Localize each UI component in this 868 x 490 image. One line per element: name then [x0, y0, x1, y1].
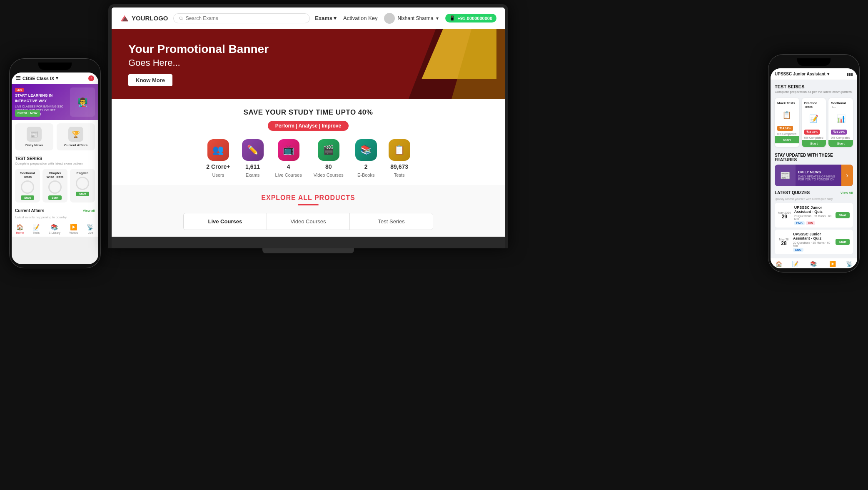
- eng-badge-28: ENG: [793, 248, 803, 252]
- know-more-button[interactable]: Know More: [128, 74, 172, 86]
- stat-users-count: 2 Crore+: [206, 163, 230, 170]
- phone-class-label: CBSE Class IX: [22, 76, 54, 81]
- banner-headline: Your Promotional Banner: [128, 42, 269, 56]
- search-icon: [179, 16, 183, 21]
- tab-test-series[interactable]: Test Series: [350, 213, 433, 230]
- left-phone: ☰ CBSE Class IX ▾ ! LIVE START LEARNING …: [9, 58, 101, 268]
- sectional-circle: [21, 180, 34, 194]
- current-affairs-card[interactable]: 🏆 Current Affairs: [57, 123, 95, 150]
- hamburger-icon[interactable]: ☰: [16, 75, 21, 81]
- rph-nav-tests[interactable]: 📝 Tests: [792, 261, 798, 268]
- daily-news-card-right[interactable]: 📰 DAILY NEWS DAILY UPDATES OF NEWS FOR Y…: [775, 165, 853, 186]
- ca-title: Current Affairs: [15, 208, 44, 213]
- search-input[interactable]: [186, 15, 304, 21]
- quiz-start-btn-28[interactable]: Start: [836, 239, 850, 245]
- chapter-start-btn[interactable]: Start: [48, 195, 62, 200]
- hero-banner: Your Promotional Banner Goes Here... Kno…: [112, 29, 505, 99]
- sectional-start-btn[interactable]: Start: [21, 195, 34, 200]
- mock-tests-card[interactable]: Mock Tests 📋 ₹14 14% 0% Completed Start: [775, 98, 799, 147]
- english-label: English: [77, 171, 89, 175]
- phone-notch-right: [797, 58, 831, 66]
- banner-subtext: Goes Here...: [128, 58, 269, 68]
- sectional-tests-card[interactable]: Sectional T... 📊 ₹21 21% 0% Completed St…: [828, 98, 853, 147]
- phone-number: +91-0000000000: [458, 16, 493, 21]
- svg-line-3: [182, 19, 182, 20]
- phone-frame-left: ☰ CBSE Class IX ▾ ! LIVE START LEARNING …: [9, 58, 101, 268]
- rph-ts-subtitle: Complete preparation as per the latest e…: [775, 90, 853, 94]
- stat-tests-label: Tests: [394, 172, 405, 178]
- exam-selector[interactable]: UPSSSC Junior Assistant ▾: [775, 72, 829, 76]
- banner-title-text: START LEARNING IN INTRACTIVE WAY: [15, 93, 67, 103]
- test-card-english[interactable]: English Start: [70, 169, 95, 202]
- quiz-view-all[interactable]: View All: [841, 191, 853, 195]
- rph-nav-elibrary[interactable]: 📚 E-Library: [808, 261, 819, 268]
- quiz-item-may28[interactable]: May 28 28 UPSSSC Junior Assistant - Quiz…: [775, 230, 853, 254]
- nav-tests[interactable]: 📝 Tests: [32, 224, 40, 234]
- chevron-down-icon: ▾: [56, 75, 58, 81]
- banner-image: 👨‍🏫: [70, 88, 95, 117]
- ca-view-all[interactable]: View all: [83, 209, 95, 212]
- signal-bars: ▮▮▮: [847, 72, 853, 76]
- practice-tests-card[interactable]: Practice Tests 📝 ₹34 34% 0% Completed St…: [802, 98, 826, 147]
- stat-tests-icon: 📋: [389, 139, 410, 161]
- enroll-button[interactable]: ENROLL NOW: [15, 110, 40, 117]
- tab-live-courses[interactable]: Live Courses: [184, 213, 267, 230]
- stat-live-label: Live Courses: [275, 172, 302, 178]
- mock-tests-img: 📋: [775, 107, 799, 123]
- rph-nav-live[interactable]: 📡 Live: [846, 261, 853, 268]
- monitor-bezel: YOURLOGO Exams ▾ Activation Key: [108, 4, 508, 248]
- test-card-chapter[interactable]: Chapter Wise Tests Start: [42, 169, 67, 202]
- practice-start-btn[interactable]: Start: [802, 140, 826, 147]
- phone-bottom-nav: 🏠 Home 📝 Tests 📚 E-Library ▶️ Videos 📡: [12, 221, 98, 237]
- test-card-sectional[interactable]: Sectional Tests Start: [15, 169, 40, 202]
- svg-point-2: [179, 17, 182, 20]
- notification-badge[interactable]: !: [88, 75, 94, 81]
- quiz-name-28: UPSSSC Junior Assistant - Quiz: [793, 232, 832, 240]
- phone-topbar-left: ☰ CBSE Class IX ▾ !: [12, 72, 98, 84]
- activation-key[interactable]: Activation Key: [343, 15, 377, 21]
- user-name: Nishant Sharma: [397, 15, 433, 21]
- stat-users-label: Users: [212, 172, 224, 178]
- stat-ebooks-count: 2: [364, 163, 368, 170]
- daily-news-arrow[interactable]: ›: [841, 165, 853, 186]
- nav-live[interactable]: 📡 Live: [87, 224, 94, 234]
- phone-screen-right: UPSSSC Junior Assistant ▾ ▮▮▮ TEST SERIE…: [771, 68, 857, 268]
- daily-news-img: 📰: [775, 165, 796, 186]
- monitor-base: [262, 248, 354, 253]
- quiz-item-may29[interactable]: May 2024 29 UPSSSC Junior Assistant - Qu…: [775, 203, 853, 228]
- daily-news-title: DAILY NEWS: [798, 170, 839, 174]
- stat-users: 👥 2 Crore+ Users: [206, 139, 230, 178]
- practice-tests-img: 📝: [802, 110, 826, 127]
- phone-banner-text: LIVE START LEARNING IN INTRACTIVE WAY LI…: [15, 88, 67, 117]
- user-menu[interactable]: Nishant Sharma ▾: [384, 13, 438, 24]
- mock-tests-title: Mock Tests: [775, 98, 799, 107]
- daily-news-icon: 📰: [27, 127, 42, 142]
- nav-videos[interactable]: ▶️ Videos: [69, 224, 78, 234]
- sectional-start-btn[interactable]: Start: [828, 140, 853, 147]
- nav-home[interactable]: 🏠 Home: [16, 224, 24, 234]
- exams-menu[interactable]: Exams ▾: [315, 15, 337, 21]
- logo-text: YOURLOGO: [132, 15, 168, 22]
- rph-videos-icon: ▶️: [829, 261, 836, 267]
- rph-nav-videos[interactable]: ▶️ Videos: [828, 261, 837, 268]
- banner-text-block: Your Promotional Banner Goes Here... Kno…: [128, 42, 269, 87]
- explore-underline: [298, 204, 319, 205]
- english-start-btn[interactable]: Start: [76, 192, 89, 196]
- tests-icon: 📝: [32, 224, 40, 230]
- quiz-date-28: May 28 28: [778, 238, 790, 246]
- quiz-subtitle: Quickly assess yourself with a new quiz …: [775, 198, 853, 200]
- daily-news-card[interactable]: 📰 Daily News: [15, 123, 53, 150]
- rph-nav-home[interactable]: 🏠 Home: [775, 261, 783, 268]
- stat-tests-count: 89,673: [390, 163, 408, 170]
- mock-start-btn[interactable]: Start: [775, 136, 799, 143]
- product-tabs: Live Courses Video Courses Test Series: [183, 213, 433, 230]
- nav-videos-label: Videos: [69, 231, 78, 234]
- search-bar[interactable]: [173, 13, 310, 23]
- quiz-start-btn-29[interactable]: Start: [836, 212, 850, 218]
- nav-elibrary[interactable]: 📚 E-Library: [49, 224, 60, 234]
- rph-home-label: Home: [775, 268, 783, 268]
- chevron-down-icon: ▾: [827, 72, 829, 76]
- quiz-title: LATEST QUIZZES: [775, 190, 810, 195]
- tab-video-courses[interactable]: Video Courses: [267, 213, 350, 230]
- whatsapp-phone[interactable]: 📱 +91-0000000000: [445, 14, 497, 22]
